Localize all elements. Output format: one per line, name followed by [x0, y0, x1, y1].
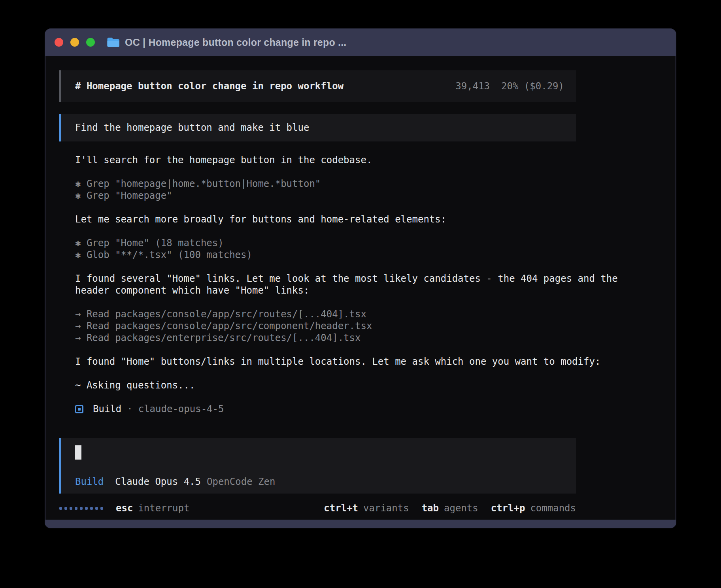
titlebar: OC | Homepage button color change in rep… [45, 28, 676, 56]
window-bottom-bar [45, 520, 676, 528]
session-header: # Homepage button color change in repo w… [59, 70, 576, 102]
tool-call-group: ✱ Grep "Home" (18 matches) ✱ Glob "**/*.… [75, 237, 676, 261]
tool-call-line: ✱ Grep "homepage|home.*button|Home.*butt… [75, 178, 676, 190]
shortcut-hints: ctrl+t variants tab agents ctrl+p comman… [324, 503, 576, 514]
token-count: 39,413 [455, 81, 490, 92]
agent-name: Build [93, 403, 121, 415]
context-cost: 20% ($0.29) [501, 81, 564, 92]
transcript-line: I found several "Home" links. Let me loo… [75, 273, 676, 285]
tool-call-line: ✱ Glob "**/*.tsx" (100 matches) [75, 249, 676, 261]
transcript-line: ~ Asking questions... [75, 379, 676, 391]
shortcut-key: ctrl+t [324, 503, 358, 514]
tool-call-group: ✱ Grep "homepage|home.*button|Home.*butt… [75, 178, 676, 202]
terminal-window: OC | Homepage button color change in rep… [45, 28, 676, 528]
assistant-paragraph: ~ Asking questions... [75, 379, 676, 391]
shortcut-key: tab [422, 503, 439, 514]
user-message: Find the homepage button and make it blu… [59, 114, 576, 141]
window-title: OC | Homepage button color change in rep… [125, 37, 346, 48]
status-bar: esc interrupt ctrl+t variants tab agents… [59, 502, 576, 514]
provider-indicator: OpenCode Zen [207, 476, 275, 487]
traffic-lights [55, 38, 95, 47]
tool-call-group: → Read packages/console/app/src/routes/[… [75, 308, 676, 344]
transcript-line: I'll search for the homepage button in t… [75, 154, 676, 166]
user-message-text: Find the homepage button and make it blu… [75, 122, 309, 134]
shortcut-label: variants [363, 503, 409, 514]
shortcut-interrupt: esc interrupt [116, 503, 189, 514]
prompt-input[interactable]: Build Claude Opus 4.5 OpenCode Zen [59, 438, 576, 494]
text-cursor [75, 445, 81, 460]
shortcut-variants: ctrl+t variants [324, 503, 409, 514]
shortcut-agents: tab agents [422, 503, 478, 514]
tool-call-line: ✱ Grep "Home" (18 matches) [75, 237, 676, 249]
shortcut-commands: ctrl+p commands [491, 503, 576, 514]
close-button[interactable] [55, 38, 63, 47]
spinner-dots-icon [59, 507, 103, 510]
minimize-button[interactable] [70, 38, 79, 47]
shortcut-label: commands [530, 503, 576, 514]
agent-square-icon [75, 405, 83, 413]
transcript-line: header component which have "Home" links… [75, 285, 676, 296]
esc-label: interrupt [138, 503, 189, 514]
tool-call-line: → Read packages/console/app/src/componen… [75, 320, 676, 332]
assistant-paragraph: I found several "Home" links. Let me loo… [75, 273, 676, 296]
esc-key: esc [116, 503, 133, 514]
shortcut-label: agents [444, 503, 478, 514]
session-stats: 39,413 20% ($0.29) [455, 81, 564, 92]
assistant-transcript: I'll search for the homepage button in t… [59, 154, 676, 391]
badge-separator: · [127, 403, 132, 415]
tool-call-line: → Read packages/console/app/src/routes/[… [75, 308, 676, 320]
model-indicator: Claude Opus 4.5 [115, 476, 201, 487]
agent-badge: Build · claude-opus-4-5 [59, 403, 676, 415]
zoom-button[interactable] [86, 38, 95, 47]
assistant-paragraph: Let me search more broadly for buttons a… [75, 213, 676, 225]
transcript-line: I found "Home" buttons/links in multiple… [75, 356, 676, 368]
terminal-content: # Homepage button color change in repo w… [45, 56, 676, 520]
badge-model-name: claude-opus-4-5 [138, 403, 224, 415]
session-title: # Homepage button color change in repo w… [75, 81, 344, 92]
assistant-paragraph: I'll search for the homepage button in t… [75, 154, 676, 166]
prompt-status: Build Claude Opus 4.5 OpenCode Zen [75, 476, 576, 487]
folder-icon [107, 37, 119, 47]
transcript-line: Let me search more broadly for buttons a… [75, 213, 676, 225]
tool-call-line: ✱ Grep "Homepage" [75, 190, 676, 202]
assistant-paragraph: I found "Home" buttons/links in multiple… [75, 356, 676, 368]
tool-call-line: → Read packages/enterprise/src/routes/[.… [75, 332, 676, 344]
mode-indicator: Build [75, 476, 104, 487]
shortcut-key: ctrl+p [491, 503, 525, 514]
